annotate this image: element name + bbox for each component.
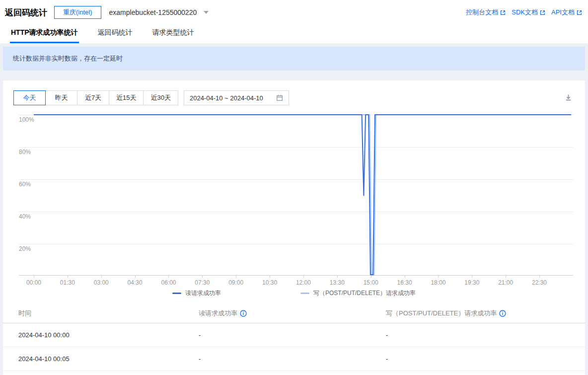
x-axis-label: 22:30 <box>532 279 547 286</box>
chart-legend: 读请求成功率写（POST/PUT/DELETE）请求成功率 <box>3 289 585 298</box>
stats-table: 时间读请求成功率写（POST/PUT/DELETE）请求成功率 2024-04-… <box>3 304 585 371</box>
download-button[interactable] <box>564 93 573 104</box>
doc-link-2[interactable]: API文档 <box>551 8 582 17</box>
x-axis-label: 00:00 <box>26 279 41 286</box>
series-line <box>34 115 571 275</box>
x-axis-label: 07:30 <box>195 279 210 286</box>
legend-swatch <box>300 293 309 294</box>
x-axis-label: 21:00 <box>498 279 513 286</box>
external-link-icon <box>540 10 545 15</box>
legend-label: 读请求成功率 <box>185 289 221 298</box>
x-axis-label: 13:30 <box>330 279 345 286</box>
column-header-label: 时间 <box>18 309 31 317</box>
info-icon[interactable] <box>240 310 247 317</box>
table-cell: - <box>386 355 585 363</box>
region-label: 重庆(intel) <box>63 8 92 17</box>
x-axis-label: 04:30 <box>128 279 143 286</box>
column-header-label: 读请求成功率 <box>199 309 237 318</box>
date-range-picker[interactable]: 2024-04-10 ~ 2024-04-10 <box>184 90 289 105</box>
legend-item-1[interactable]: 写（POST/PUT/DELETE）请求成功率 <box>300 289 416 298</box>
range-button-2[interactable]: 近7天 <box>77 90 109 105</box>
x-axis-label: 19:30 <box>464 279 479 286</box>
table-row: 2024-04-10 00:00-- <box>3 323 585 347</box>
bucket-selector[interactable]: examplebucket-1255000220 <box>109 8 197 16</box>
x-axis-label: 12:00 <box>296 279 311 286</box>
series-line <box>34 115 571 275</box>
tab-1[interactable]: 返回码统计 <box>97 24 134 43</box>
range-button-3[interactable]: 近15天 <box>109 90 144 105</box>
external-link-icon <box>577 10 582 15</box>
doc-link-label: SDK文档 <box>512 8 538 17</box>
table-header: 时间读请求成功率写（POST/PUT/DELETE）请求成功率 <box>3 304 585 323</box>
legend-swatch <box>172 293 181 294</box>
range-button-4[interactable]: 近30天 <box>143 90 178 105</box>
x-axis-label: 03:00 <box>94 279 109 286</box>
calendar-icon <box>276 94 283 101</box>
toolbar: 今天昨天近7天近15天近30天 2024-04-10 ~ 2024-04-10 <box>13 90 585 105</box>
column-header-1: 读请求成功率 <box>199 309 386 318</box>
success-rate-chart: 读请求成功率写（POST/PUT/DELETE）请求成功率 100%80%60%… <box>3 111 585 300</box>
table-cell: 2024-04-10 00:00 <box>18 331 199 339</box>
table-cell: 2024-04-10 00:05 <box>18 355 199 363</box>
info-icon[interactable] <box>499 310 506 317</box>
table-cell: - <box>199 355 386 363</box>
page-header: 返回码统计 重庆(intel) examplebucket-1255000220… <box>0 0 588 44</box>
tabs: HTTP请求成功率统计返回码统计请求类型统计 <box>5 24 588 43</box>
chart-plot-area <box>3 111 585 278</box>
external-link-icon <box>500 10 506 15</box>
range-button-0[interactable]: 今天 <box>13 90 46 105</box>
legend-label: 写（POST/PUT/DELETE）请求成功率 <box>313 289 416 298</box>
doc-link-label: API文档 <box>551 8 575 17</box>
table-body: 2024-04-10 00:00--2024-04-10 00:05-- <box>3 323 585 371</box>
column-header-0: 时间 <box>18 309 199 318</box>
table-row: 2024-04-10 00:05-- <box>3 347 585 371</box>
x-axis-label: 01:30 <box>60 279 75 286</box>
column-header-label: 写（POST/PUT/DELETE）请求成功率 <box>386 309 497 318</box>
stats-card: 今天昨天近7天近15天近30天 2024-04-10 ~ 2024-04-10 … <box>3 80 585 375</box>
page-title: 返回码统计 <box>5 7 47 18</box>
x-axis-label: 18:00 <box>431 279 445 286</box>
range-button-1[interactable]: 昨天 <box>45 90 77 105</box>
download-icon <box>565 94 572 101</box>
title-row: 返回码统计 重庆(intel) examplebucket-1255000220… <box>5 0 588 24</box>
doc-link-label: 控制台文档 <box>466 8 498 17</box>
x-axis-label: 06:00 <box>161 279 176 286</box>
doc-link-0[interactable]: 控制台文档 <box>466 8 506 17</box>
x-axis-label: 15:00 <box>364 279 378 286</box>
doc-link-1[interactable]: SDK文档 <box>512 8 545 17</box>
legend-item-0[interactable]: 读请求成功率 <box>172 289 221 298</box>
table-cell: - <box>199 331 386 339</box>
date-range-value: 2024-04-10 ~ 2024-04-10 <box>190 94 263 102</box>
caret-down-icon[interactable] <box>204 11 209 14</box>
tab-0[interactable]: HTTP请求成功率统计 <box>10 24 79 43</box>
tab-2[interactable]: 请求类型统计 <box>151 24 195 43</box>
range-button-group: 今天昨天近7天近15天近30天 <box>13 90 178 105</box>
x-axis-label: 16:30 <box>397 279 412 286</box>
info-banner: 统计数据并非实时数据，存在一定延时 <box>3 47 585 71</box>
doc-links: 控制台文档SDK文档API文档 <box>466 8 582 17</box>
table-cell: - <box>386 331 585 339</box>
column-header-2: 写（POST/PUT/DELETE）请求成功率 <box>386 309 585 318</box>
x-axis-label: 09:00 <box>228 279 243 286</box>
x-axis-label: 10:30 <box>262 279 277 286</box>
info-banner-text: 统计数据并非实时数据，存在一定延时 <box>13 55 123 62</box>
region-selector-button[interactable]: 重庆(intel) <box>54 6 101 19</box>
